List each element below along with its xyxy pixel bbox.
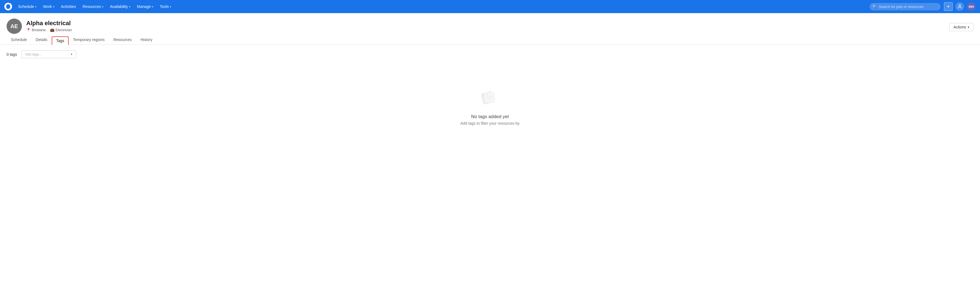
tab-schedule[interactable]: Schedule: [6, 35, 31, 45]
actions-button[interactable]: Actions ▾: [950, 23, 974, 31]
empty-subtitle: Add tags to filter your resources by: [460, 121, 520, 126]
tab-history[interactable]: History: [136, 35, 157, 45]
chevron-down-icon: ▾: [53, 5, 54, 8]
briefcase-icon: 💼: [50, 28, 54, 32]
page-title: Alpha electrical: [26, 20, 157, 27]
chevron-down-icon: ▾: [968, 25, 969, 29]
nav-activities[interactable]: Activities: [58, 3, 79, 10]
location-meta: 📍 Brisbane: [26, 28, 46, 32]
search-wrapper: 🔍: [870, 3, 940, 10]
tab-details[interactable]: Details: [31, 35, 52, 45]
nav-tools[interactable]: Tools ▾: [157, 3, 174, 10]
page-header: AE Alpha electrical 📍 Brisbane 💼 Electri…: [0, 13, 980, 45]
svg-rect-3: [485, 92, 495, 102]
empty-state: No tags added yet Add tags to filter you…: [6, 65, 974, 147]
content-area: 0 tags Add tags... ▾ No tags added yet A…: [0, 45, 980, 153]
tags-count: 0 tags: [6, 52, 17, 57]
chevron-down-icon: ▾: [129, 5, 130, 8]
avatar: AE: [6, 19, 22, 34]
role-meta: 💼 Electrician: [50, 28, 72, 32]
svg-point-0: [959, 5, 961, 6]
chevron-down-icon: ▾: [35, 5, 37, 8]
chevron-down-icon: ▾: [71, 53, 72, 56]
user-avatar[interactable]: HH: [967, 2, 975, 11]
tags-dropdown[interactable]: Add tags... ▾: [21, 50, 76, 58]
empty-title: No tags added yet: [471, 114, 509, 120]
tab-resources[interactable]: Resources: [109, 35, 136, 45]
entity-info: Alpha electrical 📍 Brisbane 💼 Electricia…: [26, 19, 157, 45]
nav-resources[interactable]: Resources ▾: [80, 3, 106, 10]
chevron-down-icon: ▾: [170, 5, 171, 8]
tabs-row: Schedule Details Tags Temporary regions …: [6, 35, 157, 45]
tags-controls-row: 0 tags Add tags... ▾: [6, 50, 974, 58]
search-input[interactable]: [870, 3, 940, 10]
nav-schedule[interactable]: Schedule ▾: [15, 3, 39, 10]
tab-tags[interactable]: Tags: [52, 37, 68, 45]
svg-point-4: [487, 94, 488, 95]
entity-meta: 📍 Brisbane 💼 Electrician: [26, 28, 157, 32]
nav-availability[interactable]: Availability ▾: [107, 3, 133, 10]
notifications-icon[interactable]: [955, 2, 964, 11]
chevron-down-icon: ▾: [152, 5, 153, 8]
nav-manage[interactable]: Manage ▾: [134, 3, 156, 10]
nav-work[interactable]: Work ▾: [40, 3, 57, 10]
tab-temporary-regions[interactable]: Temporary regions: [68, 35, 109, 45]
app-logo[interactable]: [5, 3, 12, 10]
chevron-down-icon: ▾: [102, 5, 103, 8]
entity-header-left: AE Alpha electrical 📍 Brisbane 💼 Electri…: [6, 19, 157, 45]
tags-empty-icon: [479, 87, 501, 108]
add-button[interactable]: +: [944, 2, 953, 11]
location-icon: 📍: [26, 28, 30, 32]
navbar: Schedule ▾ Work ▾ Activities Resources ▾…: [0, 0, 980, 13]
